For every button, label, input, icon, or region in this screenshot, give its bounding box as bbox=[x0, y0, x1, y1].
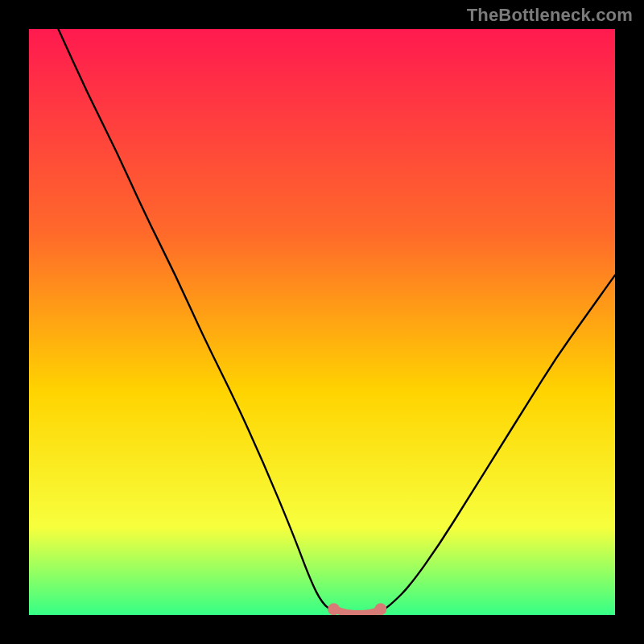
bottleneck-chart bbox=[29, 29, 615, 615]
attribution-text: TheBottleneck.com bbox=[467, 5, 633, 26]
optimal-range-end-dot bbox=[374, 603, 386, 615]
chart-frame: TheBottleneck.com bbox=[0, 0, 644, 644]
plot-area bbox=[29, 29, 615, 615]
optimal-range-start-dot bbox=[328, 603, 340, 615]
gradient-background bbox=[29, 29, 615, 615]
